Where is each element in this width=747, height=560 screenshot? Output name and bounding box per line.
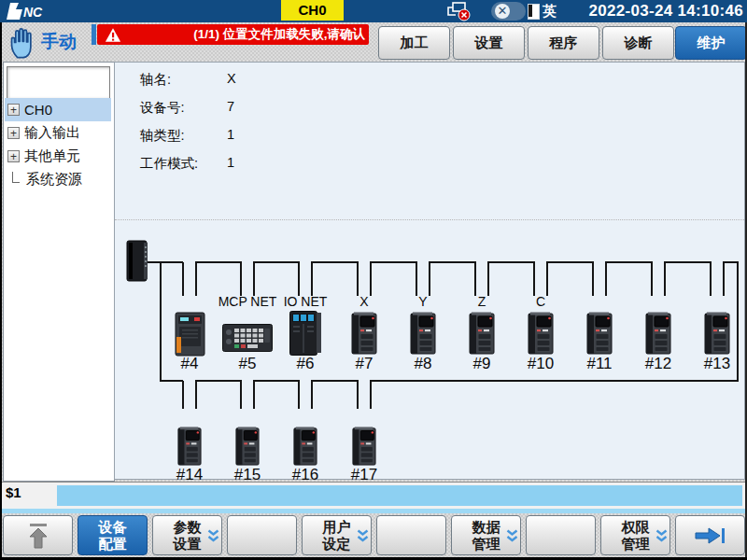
device-function-label: IO NET bbox=[273, 294, 338, 309]
alarm-message-bar[interactable]: (1/1) 位置文件加载失败,请确认 bbox=[97, 24, 369, 45]
double-chevron-down-icon bbox=[357, 529, 369, 547]
tree-item-label: 其他单元 bbox=[24, 147, 80, 165]
info-value: 7 bbox=[227, 99, 234, 114]
language-indicator: 英 bbox=[543, 3, 557, 21]
device-function-label: MCP NET bbox=[215, 294, 280, 309]
device-8[interactable] bbox=[410, 312, 436, 358]
softkey-label: 参数 bbox=[174, 519, 202, 536]
device-14[interactable] bbox=[177, 427, 202, 469]
softkey-next-arrow[interactable] bbox=[675, 515, 745, 555]
device-16[interactable] bbox=[293, 427, 317, 469]
device-7[interactable] bbox=[351, 312, 377, 358]
softkey-label: 权限 bbox=[622, 519, 650, 536]
expand-icon[interactable]: + bbox=[7, 104, 20, 116]
device-number-label: #4 bbox=[166, 355, 213, 373]
menu-tab-2[interactable]: 程序 bbox=[528, 26, 599, 60]
cnc-screen: NC CH0 ✕ 英 2022-03-24 14:10:46 手动 (1/1) … bbox=[0, 0, 747, 560]
menu-tab-0[interactable]: 加工 bbox=[378, 26, 450, 60]
device-6[interactable] bbox=[289, 310, 322, 360]
double-chevron-down-icon bbox=[207, 529, 219, 547]
info-value: 1 bbox=[227, 127, 234, 142]
device-number-label: #11 bbox=[576, 355, 623, 373]
tree-item-3[interactable]: 系统资源 bbox=[5, 168, 111, 191]
softkey-empty-3[interactable] bbox=[227, 515, 297, 555]
softkey-2[interactable]: 参数设置 bbox=[152, 515, 222, 555]
device-10[interactable] bbox=[528, 312, 554, 358]
softkey-label: 数据 bbox=[472, 519, 500, 536]
channel-indicator: CH0 bbox=[281, 0, 344, 21]
softkey-label: 管理 bbox=[472, 536, 500, 553]
expand-icon[interactable]: + bbox=[7, 150, 20, 162]
up-arrow-icon bbox=[26, 522, 50, 550]
tree-item-1[interactable]: +输入输出 bbox=[5, 121, 111, 145]
device-number-label: #8 bbox=[400, 355, 446, 373]
softkey-6[interactable]: 数据管理 bbox=[451, 515, 521, 555]
title-bar: NC CH0 ✕ 英 2022-03-24 14:10:46 bbox=[0, 0, 747, 22]
device-number-label: #12 bbox=[635, 355, 682, 373]
manual-mode-hand-icon bbox=[6, 25, 37, 60]
device-tree-panel: +CH0+输入输出+其他单元系统资源 bbox=[3, 62, 115, 482]
softkey-empty-5[interactable] bbox=[376, 515, 446, 555]
device-9[interactable] bbox=[469, 312, 495, 358]
device-number-label: #13 bbox=[694, 355, 740, 373]
svg-text:NC: NC bbox=[23, 5, 43, 20]
close-icon: ✕ bbox=[495, 4, 510, 19]
device-number-label: #5 bbox=[224, 355, 271, 373]
softkey-4[interactable]: 用户设定 bbox=[302, 515, 372, 555]
device-11[interactable] bbox=[586, 312, 613, 358]
device-number-label: #6 bbox=[282, 355, 329, 373]
info-value: 1 bbox=[227, 155, 234, 170]
bezel-left bbox=[0, 22, 2, 560]
channel-status-label: $1 bbox=[6, 484, 21, 500]
device-12[interactable] bbox=[645, 312, 671, 358]
alarm-message-text: (1/1) 位置文件加载失败,请确认 bbox=[193, 26, 365, 43]
menu-tab-1[interactable]: 设置 bbox=[453, 26, 525, 60]
device-17[interactable] bbox=[352, 427, 376, 469]
tree-item-2[interactable]: +其他单元 bbox=[5, 145, 111, 168]
tree-item-label: CH0 bbox=[24, 102, 52, 118]
expand-icon[interactable]: + bbox=[7, 127, 20, 139]
info-label: 轴名: bbox=[140, 71, 171, 89]
device-4[interactable] bbox=[175, 312, 205, 360]
next-page-icon bbox=[694, 525, 727, 546]
network-error-icon bbox=[446, 2, 472, 21]
device-13[interactable] bbox=[704, 312, 730, 358]
double-chevron-down-icon bbox=[506, 529, 518, 547]
softkey-label: 设定 bbox=[323, 536, 351, 553]
device-function-label: Z bbox=[449, 294, 514, 309]
device-15[interactable] bbox=[235, 427, 260, 469]
device-number-label: #9 bbox=[458, 355, 505, 373]
menu-tab-4[interactable]: 维护 bbox=[675, 26, 747, 60]
tree-item-label: 系统资源 bbox=[26, 171, 82, 189]
softkey-label: 配置 bbox=[99, 536, 127, 553]
tree-item-0[interactable]: +CH0 bbox=[5, 98, 111, 121]
softkey-8[interactable]: 权限管理 bbox=[600, 515, 670, 555]
softkey-label: 用户 bbox=[323, 519, 351, 536]
sidebar-filter-box[interactable] bbox=[7, 66, 110, 99]
info-label: 工作模式: bbox=[140, 155, 198, 173]
device-5[interactable] bbox=[222, 324, 273, 356]
double-chevron-down-icon bbox=[655, 529, 668, 547]
tree-elbow-icon bbox=[12, 172, 20, 183]
softkey-label: 管理 bbox=[622, 536, 650, 553]
menu-tab-3[interactable]: 诊断 bbox=[602, 26, 674, 60]
device-number-label: #10 bbox=[517, 355, 564, 373]
device-host[interactable] bbox=[124, 239, 152, 287]
softkey-empty-7[interactable] bbox=[526, 515, 596, 555]
softkey-up-arrow[interactable] bbox=[3, 515, 73, 555]
status-accent-strip bbox=[0, 509, 747, 513]
tree-item-label: 输入输出 bbox=[24, 124, 80, 142]
device-function-label: C bbox=[508, 294, 573, 309]
info-label: 设备号: bbox=[140, 99, 185, 117]
softkey-1[interactable]: 设备配置 bbox=[78, 515, 148, 555]
alert-accent-bar bbox=[92, 24, 96, 45]
device-number-label: #7 bbox=[341, 355, 388, 373]
ime-close-button[interactable]: ✕ bbox=[491, 2, 526, 21]
datetime-display: 2022-03-24 14:10:46 bbox=[589, 2, 743, 21]
info-value: X bbox=[227, 71, 236, 86]
softkey-label: 设备 bbox=[99, 519, 127, 536]
device-function-label: X bbox=[331, 294, 397, 309]
language-book-icon bbox=[528, 4, 540, 20]
softkey-label: 设置 bbox=[174, 536, 202, 553]
mode-label: 手动 bbox=[41, 30, 77, 54]
